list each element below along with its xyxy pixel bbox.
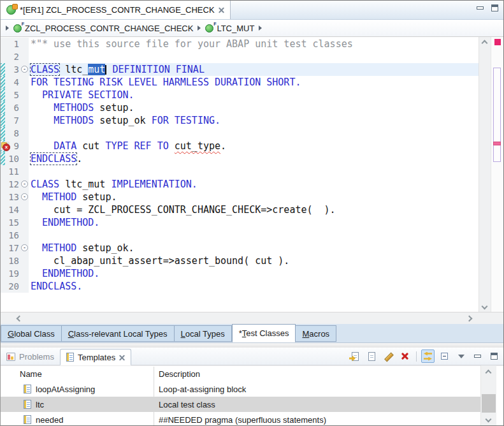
code-text[interactable]: ENDMETHOD. [29,267,479,280]
breadcrumb-arrow-icon[interactable] [259,26,262,31]
code-text[interactable]: cut = ZCL_PROCESS_CONTR_CHANGE_CHECK=>cr… [29,203,479,216]
code-text[interactable]: ENDMETHOD. [29,216,479,229]
scrollbar-thumb[interactable] [482,394,496,413]
gutter[interactable]: 15 [1,216,29,229]
scroll-up-icon[interactable] [482,40,488,47]
table-vertical-scrollbar[interactable] [480,365,496,425]
code-area[interactable]: 1*"* use this source file for your ABAP … [1,37,479,312]
scroll-left-icon[interactable] [17,316,23,322]
code-line-7[interactable]: 7 METHODS setup_ok FOR TESTING. [1,114,479,127]
code-text[interactable]: CLASS ltc_mut IMPLEMENTATION. [29,178,479,191]
code-text[interactable]: PRIVATE SECTION. [29,89,479,101]
overview-error-marker[interactable] [493,142,501,145]
tab-global-class[interactable]: Global Class [1,325,62,342]
code-text[interactable] [29,165,479,178]
close-tab-icon[interactable] [219,7,224,13]
gutter[interactable]: 16 [1,229,29,242]
gutter[interactable]: 12 [1,178,29,191]
code-line-14[interactable]: 14 cut = ZCL_PROCESS_CONTR_CHANGE_CHECK=… [1,203,479,216]
breadcrumb-expand-icon[interactable] [6,26,9,31]
tab-class-relevant-local-types[interactable]: Class-relevant Local Types [62,325,175,342]
column-divider[interactable] [154,367,154,425]
gutter[interactable]: 18 [1,254,29,267]
code-line-18[interactable]: 18 cl_abap_unit_assert=>assert_bound( cu… [1,254,479,267]
code-text[interactable]: cl_abap_unit_assert=>assert_bound( cut )… [29,254,479,267]
panel-sash[interactable] [1,343,503,348]
gutter[interactable]: 13 [1,191,29,203]
maximize-view-icon[interactable] [487,349,501,363]
code-line-16[interactable]: 16 [1,229,479,242]
collapse-all-icon[interactable] [438,349,451,363]
scroll-down-icon[interactable] [486,416,492,423]
overview-ruler[interactable] [491,37,503,312]
gutter[interactable]: 9 [1,140,29,152]
code-text[interactable]: ENDCLASS. [29,280,479,293]
breadcrumb-item-class[interactable]: ZCL_PROCESS_CONTR_CHANGE_CHECK [13,24,193,33]
code-line-11[interactable]: 11 [1,165,479,178]
code-text[interactable]: METHODS setup. [29,101,479,114]
code-line-2[interactable]: 2 [1,50,479,63]
table-row[interactable]: ltc Local test class [1,397,482,412]
fold-collapse-icon[interactable] [20,63,29,76]
gutter[interactable]: 11 [1,165,29,178]
column-header-description[interactable]: Description [154,369,200,379]
fold-collapse-icon[interactable] [20,242,29,254]
table-row[interactable]: needed ##NEEDED pragma (superfluous stat… [1,412,482,425]
code-line-10[interactable]: 10ENDCLASS. [1,152,479,165]
gutter[interactable]: 3 [1,63,29,76]
code-line-9[interactable]: 9 DATA cut TYPE REF TO cut_type. [1,140,479,152]
code-text[interactable] [29,229,479,242]
tab-problems[interactable]: Problems [1,348,60,365]
error-marker-icon[interactable] [1,142,10,151]
code-editor[interactable]: 1*"* use this source file for your ABAP … [1,37,503,312]
gutter[interactable]: 8 [1,127,29,140]
code-text[interactable] [29,127,479,140]
fold-collapse-icon[interactable] [20,178,29,191]
gutter[interactable]: 2 [1,50,29,63]
scroll-right-icon[interactable] [466,316,473,322]
column-header-name[interactable]: Name [1,369,154,379]
code-text[interactable]: DATA cut TYPE REF TO cut_type. [29,140,479,152]
new-template-icon[interactable] [365,349,378,363]
maximize-editor-icon[interactable] [491,4,498,11]
editor-tab-active[interactable]: *[ER1] ZCL_PROCESS_CONTR_CHANGE_CHECK [1,1,231,19]
code-line-15[interactable]: 15 ENDMETHOD. [1,216,479,229]
code-text[interactable]: ENDCLASS. [29,152,479,165]
close-view-icon[interactable] [119,355,125,360]
tab-test-classes[interactable]: *Test Classes [232,324,296,342]
breadcrumb-arrow-icon[interactable] [198,26,201,31]
code-line-3[interactable]: 3CLASS ltc_mut DEFINITION FINAL [1,63,479,76]
code-line-20[interactable]: 20ENDCLASS. [1,280,479,293]
minimize-editor-icon[interactable] [477,6,484,10]
gutter[interactable]: 20 [1,280,29,293]
gutter[interactable]: 10 [1,152,29,165]
scroll-up-icon[interactable] [486,370,492,376]
code-line-17[interactable]: 17 METHOD setup_ok. [1,242,479,254]
gutter[interactable]: 5 [1,89,29,101]
view-menu-icon[interactable] [454,349,468,363]
edit-template-icon[interactable] [382,349,395,363]
code-text[interactable]: METHOD setup. [29,191,479,203]
code-line-13[interactable]: 13 METHOD setup. [1,191,479,203]
code-text[interactable]: FOR TESTING RISK LEVEL HARMLESS DURATION… [29,76,479,89]
gutter[interactable]: 14 [1,203,29,216]
link-with-editor-icon[interactable] [421,349,435,363]
code-text[interactable]: *"* use this source file for your ABAP u… [29,38,479,50]
code-line-8[interactable]: 8 [1,127,479,140]
code-text[interactable]: CLASS ltc_mut DEFINITION FINAL [29,63,479,76]
code-line-6[interactable]: 6 METHODS setup. [1,101,479,114]
code-text[interactable] [29,50,479,63]
gutter[interactable]: 6 [1,101,29,114]
gutter[interactable]: 17 [1,242,29,254]
fold-collapse-icon[interactable] [20,191,29,203]
tab-local-types[interactable]: Local Types [175,325,232,342]
tab-macros[interactable]: Macros [296,325,336,342]
code-line-4[interactable]: 4FOR TESTING RISK LEVEL HARMLESS DURATIO… [1,76,479,89]
gutter[interactable]: 19 [1,267,29,280]
table-row[interactable]: loopAtAssigning Loop-at-assigning block [1,381,482,397]
minimize-view-icon[interactable] [471,349,484,363]
code-line-1[interactable]: 1*"* use this source file for your ABAP … [1,38,479,50]
code-line-19[interactable]: 19 ENDMETHOD. [1,267,479,280]
code-line-5[interactable]: 5 PRIVATE SECTION. [1,89,479,101]
breadcrumb-item-local-class[interactable]: LTC_MUT [205,24,254,33]
